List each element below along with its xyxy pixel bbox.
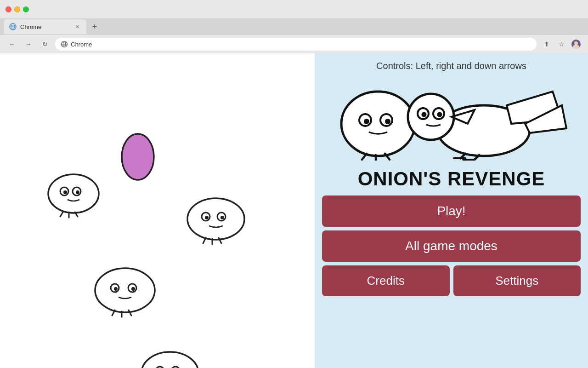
reload-button[interactable]: ↻ <box>39 38 51 51</box>
svg-point-49 <box>421 112 426 117</box>
profile-button[interactable] <box>570 38 582 51</box>
svg-point-18 <box>220 216 224 219</box>
svg-point-10 <box>76 190 79 194</box>
address-bar[interactable]: Chrome <box>55 38 537 51</box>
title-bar <box>0 0 588 18</box>
svg-point-5 <box>122 134 154 180</box>
svg-point-8 <box>63 190 67 194</box>
browser-chrome: Chrome ✕ + ← → ↻ Chrome ⬆ ☆ <box>0 0 588 53</box>
svg-point-14 <box>187 198 244 240</box>
svg-point-16 <box>205 216 209 219</box>
character-4 <box>138 348 202 368</box>
game-menu: Controls: Left, right and down arrows <box>315 53 588 368</box>
svg-point-26 <box>131 287 135 291</box>
address-bar-row: ← → ↻ Chrome ⬆ ☆ <box>0 35 588 53</box>
bookmark-button[interactable]: ☆ <box>555 38 568 51</box>
active-tab[interactable]: Chrome ✕ <box>4 19 86 34</box>
credits-button[interactable]: Credits <box>322 265 450 296</box>
tab-favicon <box>9 23 17 30</box>
tab-bar: Chrome ✕ + <box>0 18 588 35</box>
character-1 <box>44 168 103 219</box>
share-button[interactable]: ⬆ <box>540 38 553 51</box>
new-tab-button[interactable]: + <box>88 20 101 33</box>
svg-point-24 <box>114 287 118 291</box>
address-text: Chrome <box>71 41 92 48</box>
game-title: ONION'S REVENGE <box>322 168 581 190</box>
forward-button[interactable]: → <box>22 38 35 51</box>
controls-text: Controls: Left, right and down arrows <box>322 61 581 71</box>
all-game-modes-button[interactable]: All game modes <box>322 230 581 262</box>
minimize-window-button[interactable] <box>14 6 20 12</box>
settings-button[interactable]: Settings <box>453 265 581 296</box>
logo-characters-svg <box>332 82 571 161</box>
purple-egg <box>117 127 158 182</box>
character-2 <box>184 194 248 249</box>
tab-title: Chrome <box>20 23 70 30</box>
svg-point-30 <box>141 352 198 368</box>
svg-point-4 <box>573 45 579 49</box>
character-3 <box>92 263 158 320</box>
traffic-lights <box>6 6 29 12</box>
svg-point-51 <box>437 112 442 117</box>
bottom-buttons-row: Credits Settings <box>322 265 581 296</box>
game-logo-area <box>322 79 581 164</box>
svg-line-11 <box>60 212 63 217</box>
svg-point-3 <box>574 41 578 45</box>
toolbar-right: ⬆ ☆ <box>540 38 582 51</box>
address-globe-icon <box>61 40 68 48</box>
back-button[interactable]: ← <box>6 38 18 51</box>
svg-point-38 <box>341 92 415 156</box>
close-window-button[interactable] <box>6 6 11 12</box>
play-button[interactable]: Play! <box>322 196 581 227</box>
svg-point-47 <box>408 94 454 140</box>
svg-point-40 <box>364 119 369 124</box>
maximize-window-button[interactable] <box>23 6 29 12</box>
main-content: Controls: Left, right and down arrows <box>0 53 588 368</box>
tab-close-button[interactable]: ✕ <box>74 23 81 30</box>
game-canvas <box>0 53 315 368</box>
svg-point-42 <box>385 119 390 124</box>
svg-point-22 <box>95 268 155 312</box>
